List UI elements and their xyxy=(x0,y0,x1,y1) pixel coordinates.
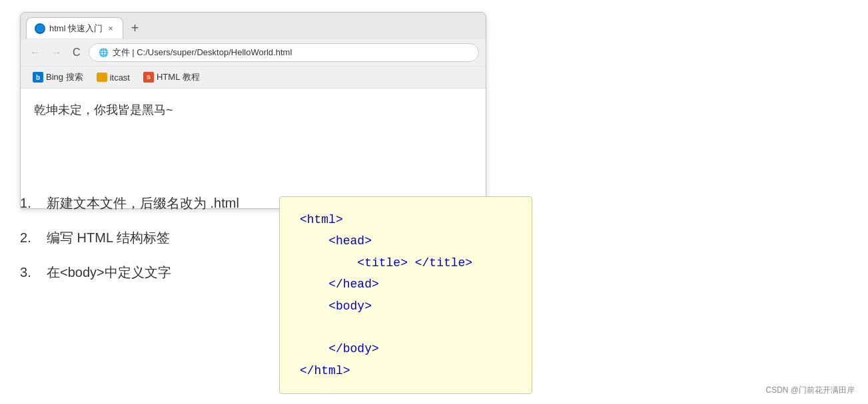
address-input[interactable]: 🌐 文件 | C:/Users/super/Desktop/HelloWorld… xyxy=(89,43,479,62)
bookmark-bing-label: Bing 搜索 xyxy=(46,71,83,83)
step-1: 新建文本文件，后缀名改为 .html xyxy=(20,196,239,210)
tab-close-button[interactable]: × xyxy=(107,23,115,33)
address-bar: ← → C 🌐 文件 | C:/Users/super/Desktop/Hell… xyxy=(21,39,486,67)
code-line-4: </head> xyxy=(300,274,512,295)
forward-button[interactable]: → xyxy=(49,45,65,60)
bookmark-bing[interactable]: b Bing 搜索 xyxy=(27,69,89,85)
code-line-5: <body> xyxy=(300,296,512,317)
refresh-button[interactable]: C xyxy=(70,45,83,60)
bookmark-itcast-label: itcast xyxy=(110,73,130,83)
back-button[interactable]: ← xyxy=(27,45,43,60)
tab-favicon: 🌐 xyxy=(35,23,45,34)
bookmarks-bar: b Bing 搜索 itcast S HTML 教程 xyxy=(21,67,486,89)
step-2-text: 编写 HTML 结构标签 xyxy=(47,231,170,244)
bookmark-html-label: HTML 教程 xyxy=(157,71,200,83)
bookmark-itcast[interactable]: itcast xyxy=(91,71,135,85)
code-box: <html> <head> <title> </title> </head> <… xyxy=(279,196,532,394)
main-content: 新建文本文件，后缀名改为 .html 编写 HTML 结构标签 在<body>中… xyxy=(20,196,532,394)
tab-bar: 🌐 html 快速入门 × + xyxy=(21,13,486,39)
itcast-icon xyxy=(97,73,107,82)
footer-watermark: CSDN @门前花开满田岸 xyxy=(765,385,855,396)
browser-window: 🌐 html 快速入门 × + ← → C 🌐 文件 | C:/Users/su… xyxy=(20,12,486,209)
bookmark-html[interactable]: S HTML 教程 xyxy=(138,69,205,85)
page-content: 乾坤未定，你我皆是黑马~ xyxy=(21,89,486,208)
code-line-8: </html> xyxy=(300,360,512,381)
watermark-text: CSDN @门前花开满田岸 xyxy=(765,385,855,395)
step-3-text: 在<body>中定义文字 xyxy=(47,266,171,279)
html-icon: S xyxy=(143,72,154,83)
step-3: 在<body>中定义文字 xyxy=(20,266,239,279)
page-body-text: 乾坤未定，你我皆是黑马~ xyxy=(34,103,173,116)
browser-tab[interactable]: 🌐 html 快速入门 × xyxy=(26,17,123,39)
bing-icon: b xyxy=(33,72,43,83)
address-security-icon: 🌐 xyxy=(99,48,109,57)
code-line-3: <title> </title> xyxy=(300,252,512,274)
code-line-2: <head> xyxy=(300,230,512,252)
code-line-6 xyxy=(300,317,512,338)
code-line-1: <html> xyxy=(300,209,512,230)
address-text: 文件 | C:/Users/super/Desktop/HelloWorld.h… xyxy=(113,47,292,59)
step-1-text: 新建文本文件，后缀名改为 .html xyxy=(47,196,239,210)
tab-label: html 快速入门 xyxy=(49,23,103,35)
code-line-7: </body> xyxy=(300,338,512,359)
steps-list: 新建文本文件，后缀名改为 .html 编写 HTML 结构标签 在<body>中… xyxy=(20,196,239,300)
step-2: 编写 HTML 结构标签 xyxy=(20,231,239,244)
new-tab-button[interactable]: + xyxy=(126,21,145,35)
